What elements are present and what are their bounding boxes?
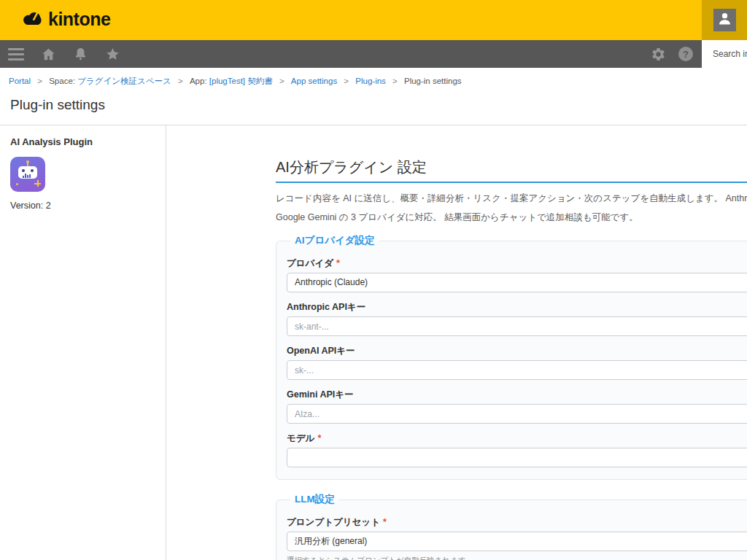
prompt-preset-label: プロンプトプリセット* bbox=[287, 516, 747, 528]
required-mark: * bbox=[317, 433, 321, 443]
hamburger-icon[interactable] bbox=[8, 48, 24, 61]
breadcrumb-separator: > bbox=[279, 77, 285, 85]
robot-icon bbox=[10, 157, 45, 192]
kintone-logo[interactable]: kintone bbox=[22, 10, 110, 31]
breadcrumb-space-prefix: Space: bbox=[49, 77, 77, 85]
llm-section: LLM設定 プロンプトプリセット* 汎用分析 (general) 選択するとシス… bbox=[276, 493, 747, 560]
settings-description: レコード内容を AI に送信し、概要・詳細分析・リスク・提案アクション・次のステ… bbox=[276, 189, 747, 227]
gear-icon[interactable] bbox=[651, 47, 666, 62]
kintone-window: kintone bbox=[0, 0, 747, 560]
bell-icon[interactable] bbox=[73, 47, 88, 62]
gemini-key-label: Gemini APIキー bbox=[287, 389, 747, 400]
prompt-preset-help: 選択するとシステムプロンプトが自動反映されます。 bbox=[287, 556, 747, 560]
required-mark: * bbox=[336, 258, 340, 268]
provider-section-legend: AIプロバイダ設定 bbox=[290, 234, 379, 247]
user-menu-button[interactable] bbox=[702, 0, 747, 40]
search-placeholder: Search in bbox=[713, 49, 747, 59]
breadcrumb-space-link[interactable]: プラグイン検証スペース bbox=[77, 77, 171, 85]
breadcrumb-plugins-link[interactable]: Plug-ins bbox=[355, 77, 386, 85]
gemini-api-key-input[interactable] bbox=[287, 404, 747, 424]
anthropic-api-key-input[interactable] bbox=[287, 316, 747, 336]
settings-heading: AI分析プラグイン 設定 bbox=[276, 158, 747, 183]
gemini-key-field: Gemini APIキー bbox=[287, 389, 747, 424]
breadcrumb-app-prefix: App: bbox=[190, 77, 209, 85]
required-mark: * bbox=[383, 517, 387, 527]
breadcrumb-app-link[interactable]: [plugTest] 契約書 bbox=[209, 77, 273, 85]
breadcrumb-separator: > bbox=[392, 77, 398, 85]
breadcrumb-separator: > bbox=[37, 77, 42, 85]
model-label: モデル* bbox=[287, 432, 747, 444]
openai-key-field: OpenAI APIキー bbox=[287, 345, 747, 380]
provider-select[interactable]: Anthropic (Claude) bbox=[287, 273, 747, 292]
breadcrumb-separator: > bbox=[344, 77, 349, 85]
plugin-settings-form: AI分析プラグイン 設定 レコード内容を AI に送信し、概要・詳細分析・リスク… bbox=[276, 125, 747, 560]
provider-section: AIプロバイダ設定 プロバイダ* Anthropic (Claude) Anth… bbox=[276, 234, 747, 480]
home-icon[interactable] bbox=[41, 47, 56, 62]
breadcrumb-current: Plug-in settings bbox=[404, 77, 462, 85]
plugin-version: Version: 2 bbox=[10, 201, 155, 211]
breadcrumb-separator: > bbox=[178, 77, 183, 85]
breadcrumb-portal-link[interactable]: Portal bbox=[9, 77, 31, 85]
plugin-sidebar: AI Analysis Plugin Version: 2 bbox=[0, 125, 166, 560]
llm-section-legend: LLM設定 bbox=[290, 493, 339, 506]
anthropic-key-label: Anthropic APIキー bbox=[287, 301, 747, 313]
nav-left-icons bbox=[8, 47, 120, 62]
nav-right-icons: ? bbox=[651, 40, 693, 68]
global-nav-bar: ? Search in bbox=[0, 40, 747, 68]
openai-api-key-input[interactable] bbox=[287, 360, 747, 380]
global-search-input[interactable]: Search in bbox=[702, 40, 747, 68]
logo-text: kintone bbox=[48, 10, 110, 31]
model-input[interactable] bbox=[287, 448, 747, 467]
content-area: AI Analysis Plugin Version: 2 AI分析プラグイン … bbox=[0, 125, 747, 560]
prompt-preset-select[interactable]: 汎用分析 (general) bbox=[287, 532, 747, 551]
avatar bbox=[713, 9, 736, 31]
plugin-name: AI Analysis Plugin bbox=[10, 136, 155, 147]
openai-key-label: OpenAI APIキー bbox=[287, 345, 747, 357]
provider-label: プロバイダ* bbox=[287, 257, 747, 269]
cloud-icon bbox=[22, 10, 44, 30]
breadcrumb: Portal > Space: プラグイン検証スペース > App: [plug… bbox=[0, 68, 747, 87]
prompt-preset-field: プロンプトプリセット* 汎用分析 (general) 選択するとシステムプロンプ… bbox=[287, 516, 747, 560]
person-icon bbox=[717, 11, 732, 29]
model-field: モデル* bbox=[287, 432, 747, 467]
question-icon[interactable]: ? bbox=[678, 47, 693, 61]
page-title: Plug-in settings bbox=[10, 97, 747, 113]
provider-field: プロバイダ* Anthropic (Claude) bbox=[287, 257, 747, 292]
breadcrumb-app-settings-link[interactable]: App settings bbox=[291, 77, 337, 85]
anthropic-key-field: Anthropic APIキー bbox=[287, 301, 747, 336]
star-icon[interactable] bbox=[105, 47, 120, 62]
top-header-bar: kintone bbox=[0, 0, 747, 40]
